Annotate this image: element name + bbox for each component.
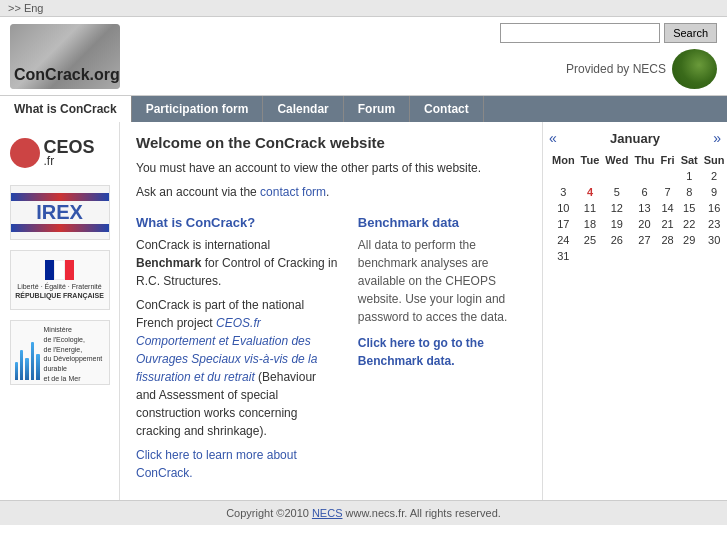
irex-stripe <box>11 193 109 201</box>
bar5 <box>36 354 39 380</box>
calendar-day[interactable]: 11 <box>578 200 603 216</box>
sidebar: CEOS .fr IREX Liberté · Égalité · Fra <box>0 122 120 500</box>
header-right: Search Provided by NECS <box>500 23 717 89</box>
intro-line2: Ask an account via the contact form. <box>136 183 526 201</box>
calendar-title: January <box>610 131 660 146</box>
ministere-bars <box>15 325 40 380</box>
calendar-day[interactable]: 25 <box>578 232 603 248</box>
calendar-day[interactable]: 24 <box>549 232 578 248</box>
calendar-day <box>631 168 657 184</box>
calendar-day-header: Wed <box>602 152 631 168</box>
calendar-day[interactable]: 30 <box>701 232 727 248</box>
calendar-day <box>631 248 657 264</box>
calendar-header: « January » <box>549 130 721 146</box>
calendar-day[interactable]: 15 <box>678 200 701 216</box>
calendar-day-header: Mon <box>549 152 578 168</box>
calendar-week-row: 3456789 <box>549 184 727 200</box>
calendar-day[interactable]: 10 <box>549 200 578 216</box>
calendar-day[interactable]: 19 <box>602 216 631 232</box>
calendar-day[interactable]: 16 <box>701 200 727 216</box>
left-column: What is ConCrack? ConCrack is internatio… <box>136 207 338 488</box>
irex-stripe-bottom <box>11 224 109 232</box>
what-p2: ConCrack is part of the national French … <box>136 296 338 440</box>
calendar-day[interactable]: 12 <box>602 200 631 216</box>
benchmark-text: All data to perform the benchmark analys… <box>358 236 526 326</box>
sidebar-ceos: CEOS .fr <box>6 130 113 175</box>
logo-area: ConCrack.org <box>10 24 120 89</box>
calendar-day <box>578 248 603 264</box>
irex-logo: IREX <box>10 185 110 240</box>
calendar: « January » MonTueWedThuFriSatSun 123456… <box>542 122 727 500</box>
nav-item-forum[interactable]: Forum <box>344 96 410 122</box>
calendar-day[interactable]: 31 <box>549 248 578 264</box>
calendar-day[interactable]: 7 <box>658 184 678 200</box>
calendar-table: MonTueWedThuFriSatSun 123456789101112131… <box>549 152 727 264</box>
what-heading: What is ConCrack? <box>136 215 338 230</box>
search-input[interactable] <box>500 23 660 43</box>
benchmark-bold: Benchmark <box>136 256 201 270</box>
bar1 <box>15 362 18 380</box>
calendar-day[interactable]: 2 <box>701 168 727 184</box>
necs-link[interactable]: NECS <box>312 507 343 519</box>
calendar-day[interactable]: 14 <box>658 200 678 216</box>
calendar-next[interactable]: » <box>713 130 721 146</box>
flag-blue <box>45 260 54 280</box>
provided-by: Provided by NECS <box>566 49 717 89</box>
calendar-day[interactable]: 26 <box>602 232 631 248</box>
top-bar: >> Eng <box>0 0 727 17</box>
calendar-day[interactable]: 17 <box>549 216 578 232</box>
learn-more-link[interactable]: Click here to learn more about ConCrack. <box>136 448 297 480</box>
header: ConCrack.org Search Provided by NECS <box>0 17 727 96</box>
republique-logo: Liberté · Égalité · Fraternité RÉPUBLIQU… <box>10 250 110 310</box>
calendar-day[interactable]: 3 <box>549 184 578 200</box>
calendar-day[interactable]: 21 <box>658 216 678 232</box>
ministere-text: Ministèrede l'Ecologie,de l'Energie,du D… <box>44 325 103 380</box>
calendar-day <box>602 248 631 264</box>
sidebar-ministere: Ministèrede l'Ecologie,de l'Energie,du D… <box>6 320 113 385</box>
bar3 <box>25 358 28 380</box>
calendar-prev[interactable]: « <box>549 130 557 146</box>
calendar-day[interactable]: 23 <box>701 216 727 232</box>
nav-item-contact[interactable]: Contact <box>410 96 484 122</box>
benchmark-link[interactable]: Click here to go to the Benchmark data. <box>358 336 484 368</box>
calendar-day[interactable]: 6 <box>631 184 657 200</box>
intro-line1: You must have an account to view the oth… <box>136 159 526 177</box>
sidebar-irex: IREX <box>6 185 113 240</box>
benchmark-heading: Benchmark data <box>358 215 526 230</box>
nav-item-participation[interactable]: Participation form <box>132 96 264 122</box>
calendar-day[interactable]: 22 <box>678 216 701 232</box>
what-p1-prefix: ConCrack is international <box>136 238 270 252</box>
calendar-day[interactable]: 4 <box>578 184 603 200</box>
search-button[interactable]: Search <box>664 23 717 43</box>
calendar-day-header: Tue <box>578 152 603 168</box>
two-column-section: What is ConCrack? ConCrack is internatio… <box>136 207 526 488</box>
calendar-week-row: 17181920212223 <box>549 216 727 232</box>
provided-by-text: Provided by NECS <box>566 62 666 76</box>
calendar-day[interactable]: 29 <box>678 232 701 248</box>
language-selector[interactable]: >> Eng <box>8 2 43 14</box>
calendar-day[interactable]: 13 <box>631 200 657 216</box>
calendar-body: 1234567891011121314151617181920212223242… <box>549 168 727 264</box>
calendar-day[interactable]: 27 <box>631 232 657 248</box>
calendar-day <box>602 168 631 184</box>
contact-form-link[interactable]: contact form <box>260 185 326 199</box>
republique-text: Liberté · Égalité · Fraternité RÉPUBLIQU… <box>15 282 104 300</box>
calendar-day[interactable]: 8 <box>678 184 701 200</box>
calendar-day[interactable]: 28 <box>658 232 678 248</box>
nav-item-what[interactable]: What is ConCrack <box>0 96 132 122</box>
necs-logo <box>672 49 717 89</box>
calendar-day[interactable]: 1 <box>678 168 701 184</box>
calendar-day-header: Thu <box>631 152 657 168</box>
page-heading: Welcome on the ConCrack website <box>136 134 526 151</box>
calendar-day <box>658 168 678 184</box>
calendar-day[interactable]: 20 <box>631 216 657 232</box>
calendar-day[interactable]: 18 <box>578 216 603 232</box>
flag-white <box>54 260 65 280</box>
calendar-day[interactable]: 9 <box>701 184 727 200</box>
calendar-days-row: MonTueWedThuFriSatSun <box>549 152 727 168</box>
ceos-logo: CEOS .fr <box>10 130 110 175</box>
nav-item-calendar[interactable]: Calendar <box>263 96 343 122</box>
calendar-day[interactable]: 5 <box>602 184 631 200</box>
calendar-week-row: 24252627282930 <box>549 232 727 248</box>
calendar-week-row: 31 <box>549 248 727 264</box>
